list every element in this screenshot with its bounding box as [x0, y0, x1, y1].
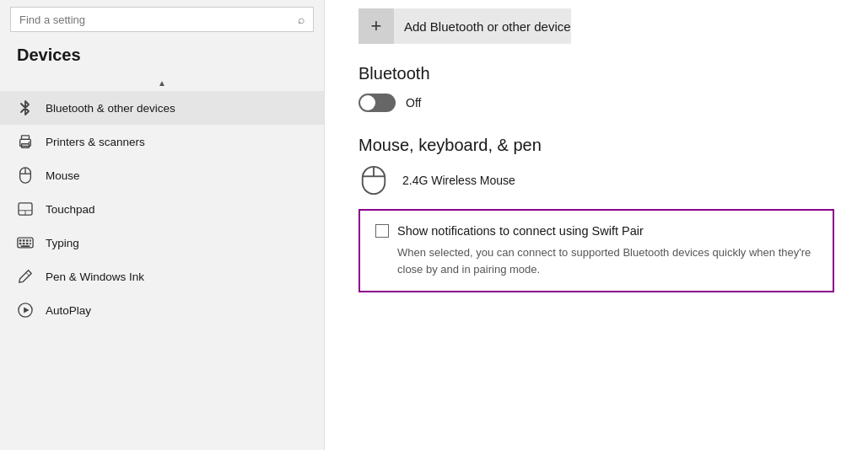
- autoplay-icon: [17, 302, 34, 319]
- swift-pair-label: Show notifications to connect using Swif…: [397, 224, 644, 238]
- add-device-button[interactable]: + Add Bluetooth or other device: [359, 8, 571, 44]
- svg-rect-16: [23, 243, 25, 244]
- toggle-knob: [360, 95, 375, 110]
- main-content: + Add Bluetooth or other device Bluetoot…: [325, 0, 868, 450]
- bluetooth-icon: [17, 99, 34, 116]
- mouse-device-icon: [359, 165, 389, 196]
- svg-rect-15: [19, 243, 22, 244]
- mouse-nav-icon: [17, 167, 34, 184]
- sidebar-item-touchpad[interactable]: Touchpad: [0, 192, 324, 226]
- svg-rect-12: [23, 239, 25, 241]
- bluetooth-toggle-label: Off: [406, 96, 421, 110]
- add-device-label: Add Bluetooth or other device: [404, 19, 571, 34]
- mouse-section-title: Mouse, keyboard, & pen: [359, 136, 834, 155]
- sidebar-item-typing-label: Typing: [46, 237, 79, 249]
- svg-rect-18: [30, 243, 31, 244]
- bluetooth-section-title: Bluetooth: [359, 64, 834, 83]
- sidebar-item-printers-label: Printers & scanners: [46, 136, 145, 148]
- svg-rect-19: [21, 245, 30, 247]
- scroll-up-arrow[interactable]: ▲: [0, 75, 324, 91]
- svg-rect-1: [22, 136, 30, 140]
- search-input[interactable]: [19, 13, 291, 26]
- svg-line-20: [26, 273, 30, 276]
- mouse-device-name: 2.4G Wireless Mouse: [402, 174, 515, 187]
- swift-pair-description: When selected, you can connect to suppor…: [375, 244, 817, 277]
- sidebar: ⌕ Devices ▲ Bluetooth & other devices: [0, 0, 325, 450]
- sidebar-item-pen[interactable]: Pen & Windows Ink: [0, 260, 324, 293]
- svg-rect-11: [19, 239, 22, 241]
- sidebar-item-printers[interactable]: Printers & scanners: [0, 125, 324, 158]
- sidebar-item-pen-label: Pen & Windows Ink: [46, 271, 144, 283]
- sidebar-item-mouse[interactable]: Mouse: [0, 158, 324, 192]
- search-icon: ⌕: [298, 13, 305, 26]
- svg-rect-13: [26, 239, 29, 241]
- swift-pair-checkbox[interactable]: [375, 224, 389, 238]
- sidebar-nav: ▲ Bluetooth & other devices Printers & s…: [0, 75, 324, 450]
- sidebar-title: Devices: [0, 46, 324, 75]
- swift-pair-top: Show notifications to connect using Swif…: [375, 224, 817, 238]
- sidebar-item-bluetooth[interactable]: Bluetooth & other devices: [0, 91, 324, 125]
- sidebar-item-touchpad-label: Touchpad: [46, 203, 95, 216]
- bluetooth-toggle-row: Off: [359, 94, 834, 112]
- add-icon: +: [371, 15, 382, 37]
- keyboard-icon: [17, 234, 34, 251]
- add-icon-box: +: [359, 8, 394, 44]
- svg-rect-14: [30, 239, 31, 241]
- svg-marker-22: [24, 307, 29, 313]
- pen-icon: [17, 268, 34, 285]
- sidebar-item-mouse-label: Mouse: [46, 169, 80, 182]
- search-box[interactable]: ⌕: [10, 7, 314, 32]
- bluetooth-toggle[interactable]: [359, 94, 396, 112]
- printer-icon: [17, 133, 34, 150]
- svg-rect-17: [26, 243, 29, 244]
- swift-pair-box: Show notifications to connect using Swif…: [359, 209, 834, 292]
- sidebar-item-autoplay-label: AutoPlay: [46, 304, 91, 317]
- svg-point-3: [29, 142, 30, 143]
- touchpad-icon: [17, 201, 34, 217]
- sidebar-item-autoplay[interactable]: AutoPlay: [0, 293, 324, 327]
- sidebar-item-bluetooth-label: Bluetooth & other devices: [46, 102, 175, 115]
- sidebar-item-typing[interactable]: Typing: [0, 226, 324, 260]
- device-item-mouse: 2.4G Wireless Mouse: [359, 165, 834, 196]
